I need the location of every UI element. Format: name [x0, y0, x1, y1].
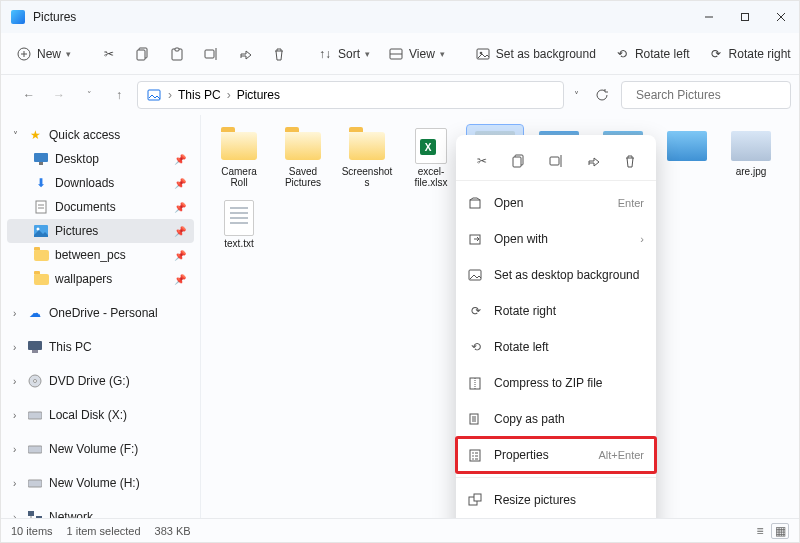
sidebar-quick-access[interactable]: ˅ ★ Quick access — [7, 123, 194, 147]
icons-view-button[interactable]: ▦ — [771, 523, 789, 539]
download-icon: ⬇ — [33, 175, 49, 191]
content-pane[interactable]: Camera Roll Saved Pictures Screenshots e… — [201, 115, 799, 518]
item-arejpg[interactable]: are.jpg — [723, 125, 779, 191]
ctx-cut-button[interactable]: ✂ — [469, 148, 495, 174]
search-input[interactable] — [636, 88, 786, 102]
svg-rect-54 — [474, 494, 481, 501]
svg-rect-21 — [39, 162, 43, 165]
view-button[interactable]: View ▾ — [381, 41, 452, 67]
share-button[interactable] — [230, 41, 260, 67]
rotate-left-button[interactable]: ⟲ Rotate left — [607, 41, 697, 67]
close-button[interactable] — [763, 1, 799, 33]
ctx-compress[interactable]: Compress to ZIP file — [456, 365, 656, 401]
ctx-delete-button[interactable] — [617, 148, 643, 174]
item-saved-pictures[interactable]: Saved Pictures — [275, 125, 331, 191]
item-texttxt[interactable]: text.txt — [211, 197, 267, 252]
search-box[interactable] — [621, 81, 791, 109]
drive-icon — [27, 475, 43, 491]
rename-icon — [203, 46, 219, 62]
ctx-copy-button[interactable] — [506, 148, 532, 174]
sidebar-pictures[interactable]: Pictures📌 — [7, 219, 194, 243]
svg-rect-17 — [148, 90, 160, 100]
share-icon — [237, 46, 253, 62]
paste-button[interactable] — [162, 41, 192, 67]
rotate-left-label: Rotate left — [635, 47, 690, 61]
open-with-icon — [468, 232, 484, 246]
ctx-share-button[interactable] — [580, 148, 606, 174]
rotate-right-button[interactable]: ⟳ Rotate right — [701, 41, 798, 67]
sidebar-downloads[interactable]: ⬇ Downloads📌 — [7, 171, 194, 195]
close-icon — [776, 12, 786, 22]
svg-rect-35 — [36, 516, 42, 518]
new-button[interactable]: New ▾ — [9, 41, 78, 67]
svg-rect-34 — [28, 511, 34, 516]
sidebar-dvd[interactable]: › DVD Drive (G:) — [7, 369, 194, 393]
chevron-right-icon: › — [13, 512, 25, 519]
sidebar-localx[interactable]: › Local Disk (X:) — [7, 403, 194, 427]
refresh-button[interactable] — [589, 81, 615, 109]
sidebar-volf[interactable]: › New Volume (F:) — [7, 437, 194, 461]
separator — [456, 477, 656, 478]
chevron-right-icon: › — [168, 88, 172, 102]
svg-rect-40 — [470, 200, 480, 208]
rotate-left-icon: ⟲ — [468, 340, 484, 354]
quick-label: Quick access — [49, 128, 120, 142]
sidebar-wallpapers[interactable]: wallpapers📌 — [7, 267, 194, 291]
svg-rect-27 — [28, 341, 42, 350]
view-icon — [388, 46, 404, 62]
sidebar-between-pcs[interactable]: between_pcs📌 — [7, 243, 194, 267]
svg-rect-10 — [175, 48, 179, 51]
up-button[interactable]: ↑ — [107, 83, 131, 107]
item-image[interactable] — [659, 125, 715, 191]
cut-icon: ✂ — [101, 46, 117, 62]
sidebar-network[interactable]: › Network — [7, 505, 194, 518]
delete-button[interactable] — [264, 41, 294, 67]
breadcrumb-thispc[interactable]: This PC — [178, 88, 221, 102]
details-view-button[interactable]: ≡ — [751, 523, 769, 539]
item-excel-file[interactable]: excel-file.xlsx — [403, 125, 459, 191]
sidebar-volh[interactable]: › New Volume (H:) — [7, 471, 194, 495]
rename-button[interactable] — [196, 41, 226, 67]
star-icon: ★ — [27, 127, 43, 143]
back-button[interactable]: ← — [17, 83, 41, 107]
ctx-set-background[interactable]: Set as desktop background — [456, 257, 656, 293]
cut-button[interactable]: ✂ — [94, 41, 124, 67]
minimize-button[interactable] — [691, 1, 727, 33]
ctx-properties[interactable]: PropertiesAlt+Enter — [456, 437, 656, 473]
forward-button[interactable]: → — [47, 83, 71, 107]
ctx-rotate-left[interactable]: ⟲Rotate left — [456, 329, 656, 365]
recent-button[interactable]: ˅ — [77, 83, 101, 107]
sidebar-onedrive[interactable]: › ☁ OneDrive - Personal — [7, 301, 194, 325]
svg-rect-33 — [28, 480, 42, 487]
breadcrumb-pictures[interactable]: Pictures — [237, 88, 280, 102]
ctx-rotate-right[interactable]: ⟳Rotate right — [456, 293, 656, 329]
window-title: Pictures — [33, 10, 76, 24]
item-screenshots[interactable]: Screenshots — [339, 125, 395, 191]
sidebar-thispc[interactable]: › This PC — [7, 335, 194, 359]
ctx-resize[interactable]: Resize pictures — [456, 482, 656, 518]
sidebar-desktop[interactable]: Desktop📌 — [7, 147, 194, 171]
maximize-icon — [740, 12, 750, 22]
rename-icon — [549, 154, 563, 168]
address-dropdown[interactable]: ˅ — [570, 90, 583, 101]
svg-point-30 — [34, 380, 37, 383]
sort-button[interactable]: ↑↓ Sort ▾ — [310, 41, 377, 67]
item-camera-roll[interactable]: Camera Roll — [211, 125, 267, 191]
svg-rect-32 — [28, 446, 42, 453]
ctx-copy-path[interactable]: Copy as path — [456, 401, 656, 437]
address-bar[interactable]: › This PC › Pictures — [137, 81, 564, 109]
ctx-rename-button[interactable] — [543, 148, 569, 174]
share-icon — [586, 154, 600, 168]
ctx-open[interactable]: OpenEnter — [456, 185, 656, 221]
set-background-button[interactable]: Set as background — [468, 41, 603, 67]
maximize-button[interactable] — [727, 1, 763, 33]
svg-rect-31 — [28, 412, 42, 419]
copy-button[interactable] — [128, 41, 158, 67]
folder-icon — [33, 247, 49, 263]
minimize-icon — [704, 12, 714, 22]
ctx-open-with[interactable]: Open with› — [456, 221, 656, 257]
chevron-right-icon: › — [13, 342, 25, 353]
pin-icon: 📌 — [174, 178, 186, 189]
chevron-right-icon: › — [227, 88, 231, 102]
sidebar-documents[interactable]: Documents📌 — [7, 195, 194, 219]
